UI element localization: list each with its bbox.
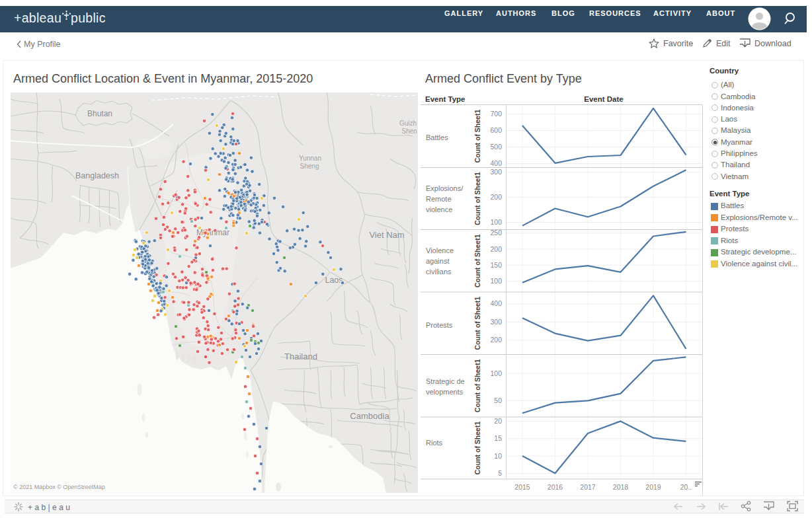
svg-text:Laos: Laos (325, 276, 343, 285)
svg-text:Count of Sheet1: Count of Sheet1 (473, 297, 481, 350)
svg-text:2019: 2019 (645, 483, 661, 491)
svg-text:50: 50 (494, 396, 502, 404)
svg-text:20: 20 (494, 417, 502, 425)
svg-text:Thailand: Thailand (284, 352, 317, 361)
svg-text:© 2021 Mapbox © OpenStreetMap: © 2021 Mapbox © OpenStreetMap (13, 484, 105, 490)
svg-text:Count of Sheet1: Count of Sheet1 (473, 234, 481, 287)
svg-text:100: 100 (490, 277, 502, 285)
svg-text:2017: 2017 (580, 483, 596, 491)
svg-text:Count of Sheet1: Count of Sheet1 (473, 359, 481, 412)
svg-text:200: 200 (490, 193, 502, 201)
svg-text:10: 10 (494, 452, 502, 460)
svg-text:200: 200 (490, 336, 502, 344)
svg-text:400: 400 (490, 159, 502, 167)
svg-text:Explosions/: Explosions/ (426, 184, 464, 192)
svg-text:+ab|eau: +ab|eau (28, 503, 72, 512)
svg-text:700: 700 (490, 110, 502, 118)
svg-text:200: 200 (490, 245, 502, 253)
svg-text:Count of Sheet1: Count of Sheet1 (473, 110, 481, 163)
svg-text:Protests: Protests (426, 321, 453, 329)
svg-text:500: 500 (490, 143, 502, 151)
svg-text:Yunnan: Yunnan (299, 155, 321, 162)
svg-text:100: 100 (490, 218, 502, 226)
svg-text:against: against (426, 257, 449, 265)
svg-text:5: 5 (498, 469, 502, 477)
svg-text:20..: 20.. (680, 483, 692, 491)
svg-text:Bangladesh: Bangladesh (75, 171, 119, 180)
svg-text:Myanmar: Myanmar (196, 228, 229, 237)
svg-text:velopments: velopments (426, 388, 464, 396)
svg-text:Strategic de: Strategic de (426, 377, 465, 385)
svg-text:300: 300 (490, 318, 502, 326)
svg-text:Riots: Riots (426, 439, 443, 447)
svg-text:400: 400 (490, 299, 502, 307)
svg-text:Shen: Shen (401, 128, 417, 135)
svg-text:Count of Sheet1: Count of Sheet1 (473, 172, 481, 225)
svg-text:Bhutan: Bhutan (87, 109, 112, 118)
svg-text:15: 15 (494, 434, 502, 442)
svg-text:2018: 2018 (613, 483, 629, 491)
svg-text:2016: 2016 (548, 483, 563, 491)
svg-text:Guizh: Guizh (399, 120, 417, 127)
svg-text:Battles: Battles (426, 133, 448, 141)
svg-text:150: 150 (490, 261, 502, 269)
svg-text:civilians: civilians (426, 268, 452, 276)
svg-text:2015: 2015 (514, 483, 530, 491)
svg-text:600: 600 (490, 126, 502, 134)
svg-text:300: 300 (490, 168, 502, 176)
svg-text:violence: violence (426, 206, 452, 213)
svg-text:Count of Sheet1: Count of Sheet1 (473, 422, 481, 475)
svg-text:Violence: Violence (426, 246, 454, 254)
svg-text:100: 100 (490, 369, 502, 377)
svg-text:Viet Nam: Viet Nam (369, 230, 404, 240)
svg-text:Cambodia: Cambodia (350, 411, 389, 421)
svg-text:Sheng: Sheng (300, 163, 319, 170)
svg-text:Event Date: Event Date (584, 95, 623, 103)
svg-text:Event Type: Event Type (425, 95, 466, 103)
svg-text:250: 250 (490, 229, 502, 237)
svg-text:Remote: Remote (426, 195, 452, 203)
